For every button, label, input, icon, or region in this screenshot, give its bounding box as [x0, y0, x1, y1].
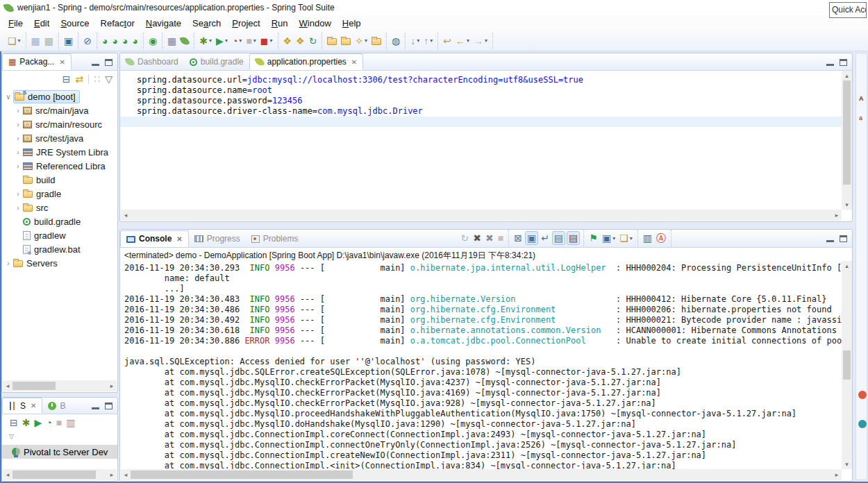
- dropdown-arrow-icon[interactable]: ▾: [630, 235, 633, 242]
- next-annotation-icon[interactable]: ↓▾: [409, 33, 421, 49]
- scroll-left-icon[interactable]: ◂: [121, 210, 131, 220]
- debug-server-icon[interactable]: ✱: [21, 415, 32, 430]
- refresh-gradle-icon[interactable]: ↻: [308, 33, 319, 49]
- launch-server-icon[interactable]: ◕: [131, 33, 139, 49]
- open-type-icon[interactable]: [326, 33, 338, 49]
- minimize-view-button[interactable]: [92, 407, 99, 409]
- link-with-editor-icon[interactable]: ⇄: [74, 71, 85, 87]
- chevron-icon[interactable]: ›: [13, 135, 23, 142]
- spring-leaf-icon[interactable]: [179, 33, 190, 49]
- launch-external-icon[interactable]: ◕: [121, 33, 129, 49]
- profile-icon[interactable]: ◔▾: [231, 33, 243, 49]
- scrollbar-thumb[interactable]: [843, 80, 851, 185]
- dropdown-arrow-icon[interactable]: ▾: [18, 37, 21, 44]
- scroll-down-icon[interactable]: ▾: [842, 459, 852, 469]
- debug-icon[interactable]: ✱▾: [198, 33, 213, 49]
- menu-file[interactable]: File: [3, 17, 28, 30]
- console-output[interactable]: 2016-11-19 20:34:30.293 INFO 9956 --- [ …: [120, 261, 842, 469]
- tab-console[interactable]: Console✕: [120, 230, 189, 247]
- menu-search[interactable]: Search: [187, 17, 226, 30]
- scrollbar-thumb[interactable]: [12, 382, 56, 390]
- tab-build-gradle[interactable]: build.gradle: [184, 53, 249, 70]
- save-all-icon[interactable]: ▦: [43, 33, 55, 49]
- publish-server-icon[interactable]: ▥: [65, 415, 76, 430]
- run-icon[interactable]: ▶▾: [215, 33, 229, 49]
- dropdown-arrow-icon[interactable]: ▾: [365, 37, 367, 44]
- menu-edit[interactable]: Edit: [28, 17, 55, 30]
- scroll-left-icon[interactable]: ◂: [3, 470, 12, 480]
- forward-icon[interactable]: →▾: [472, 33, 489, 49]
- anyedit-tools-icon[interactable]: Ⓐ: [655, 230, 667, 246]
- start-server-icon[interactable]: ▶: [33, 415, 43, 430]
- menu-window[interactable]: Window: [294, 17, 337, 30]
- relaunch-icon[interactable]: ↻: [459, 230, 470, 246]
- scroll-down-icon[interactable]: ▾: [842, 200, 852, 210]
- open-resource-icon[interactable]: [340, 33, 352, 49]
- tree-item-gradlew-bat[interactable]: gradlew.bat: [2, 242, 117, 256]
- minimize-view-button[interactable]: [92, 64, 99, 66]
- new-wizard-icon[interactable]: ❏▾: [6, 33, 22, 49]
- grid-view-icon[interactable]: ▦: [166, 33, 178, 49]
- close-icon[interactable]: ✕: [176, 235, 182, 243]
- quick-access-box[interactable]: Quick Acc: [829, 2, 867, 18]
- menu-refactor[interactable]: Refactor: [95, 17, 140, 30]
- dropdown-arrow-icon[interactable]: ▾: [253, 37, 256, 44]
- open-folder-icon[interactable]: [370, 33, 383, 49]
- show-stderr-icon[interactable]: ▤: [567, 231, 580, 245]
- dropdown-arrow-icon[interactable]: ▾: [485, 37, 487, 44]
- prev-annotation-icon[interactable]: ↑▾: [422, 33, 434, 49]
- terminate-icon[interactable]: ✖: [471, 230, 483, 246]
- view-menu-icon[interactable]: ▽: [103, 71, 114, 87]
- chevron-icon[interactable]: ›: [13, 204, 23, 212]
- tree-item-src-test-java[interactable]: ›src/test/java: [2, 131, 117, 145]
- dropdown-arrow-icon[interactable]: ▾: [239, 37, 242, 44]
- console-hscrollbar[interactable]: ◂ ▸: [121, 469, 842, 480]
- chevron-icon[interactable]: ›: [13, 121, 23, 128]
- tab-problems[interactable]: Problems: [246, 230, 304, 247]
- run-last-icon[interactable]: ◼▾: [259, 33, 274, 49]
- launch-junit-icon[interactable]: ◕: [110, 33, 119, 49]
- scroll-right-icon[interactable]: ▸: [832, 210, 842, 220]
- scroll-right-icon[interactable]: ▸: [107, 470, 117, 480]
- scroll-right-icon[interactable]: ▸: [832, 470, 842, 480]
- dropdown-arrow-icon[interactable]: ▾: [430, 37, 433, 44]
- minimize-view-button[interactable]: [826, 64, 834, 66]
- tree-item-servers[interactable]: ›Servers: [2, 256, 117, 270]
- menu-project[interactable]: Project: [226, 17, 265, 30]
- editor-vscrollbar[interactable]: ▴ ▾: [842, 71, 852, 210]
- scroll-lock-icon[interactable]: ▣: [525, 231, 538, 245]
- scroll-up-icon[interactable]: ▴: [842, 261, 852, 271]
- dropdown-arrow-icon[interactable]: ▾: [269, 37, 272, 44]
- save-icon[interactable]: ▦: [30, 33, 42, 49]
- server-list-item[interactable]: Pivotal tc Server Dev: [2, 445, 117, 459]
- properties-editor[interactable]: spring.datasource.url=jdbc:mysql://local…: [120, 71, 842, 210]
- menu-help[interactable]: Help: [337, 17, 367, 30]
- coverage-icon[interactable]: ■▾: [244, 33, 257, 49]
- pin-console-icon[interactable]: ⚑: [587, 230, 599, 246]
- tree-item-gradle[interactable]: ›gradle: [2, 187, 117, 201]
- overlay-badge-icon[interactable]: [858, 391, 867, 399]
- minimize-view-button[interactable]: [826, 240, 834, 242]
- tab-boot-dashboard[interactable]: B: [42, 398, 71, 414]
- focus-view-icon[interactable]: ∷: [92, 71, 101, 87]
- maximize-view-button[interactable]: [840, 59, 847, 66]
- close-icon[interactable]: ✕: [59, 58, 65, 66]
- new-java-wizard-icon[interactable]: ❖: [282, 33, 294, 49]
- scroll-right-icon[interactable]: ▸: [107, 381, 117, 391]
- dropdown-arrow-icon[interactable]: ▾: [417, 37, 419, 44]
- tab-dashboard[interactable]: Dashboard: [120, 53, 184, 70]
- package-explorer-hscrollbar[interactable]: ◂ ▸: [3, 380, 117, 391]
- scrollbar-thumb[interactable]: [131, 471, 353, 479]
- servers-hscrollbar[interactable]: ◂ ▸: [3, 469, 117, 480]
- stop-icon[interactable]: ■: [496, 230, 505, 246]
- clear-console-icon[interactable]: ⊠: [512, 230, 524, 246]
- tree-item-build[interactable]: build: [2, 173, 117, 187]
- show-stdout-icon[interactable]: ▤: [552, 231, 565, 245]
- tree-item-src[interactable]: ›src: [2, 201, 117, 214]
- menu-source[interactable]: Source: [55, 17, 94, 30]
- dropdown-arrow-icon[interactable]: ▾: [209, 37, 212, 44]
- scrollbar-thumb[interactable]: [12, 471, 96, 479]
- view-menu-icon[interactable]: ▽: [9, 433, 14, 440]
- boot-dashboard-icon[interactable]: ◉: [147, 33, 158, 49]
- chevron-icon[interactable]: ›: [13, 162, 23, 170]
